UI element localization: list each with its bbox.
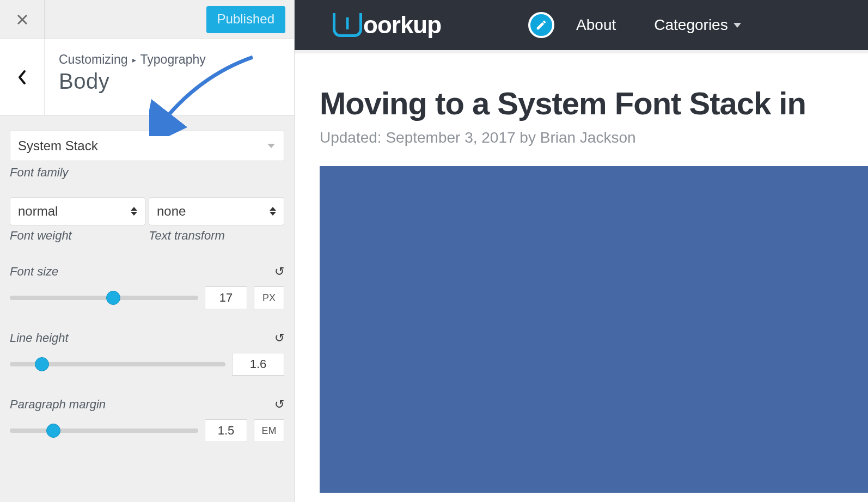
close-icon — [16, 13, 29, 26]
font-size-label: Font size — [10, 265, 58, 279]
nav-categories-label: Categories — [654, 16, 728, 34]
back-button[interactable] — [0, 39, 45, 115]
edit-shortcut-button[interactable] — [528, 12, 554, 38]
panel-top-bar: Published — [0, 0, 294, 39]
pencil-icon — [535, 19, 547, 31]
article: Moving to a System Font Stack in Updated… — [295, 53, 868, 493]
font-weight-select[interactable]: normal — [10, 197, 145, 225]
breadcrumb-row: Customizing ▸ Typography Body — [0, 39, 294, 115]
breadcrumb: Customizing ▸ Typography — [59, 52, 281, 67]
font-size-unit[interactable]: PX — [254, 286, 284, 309]
page-title: Body — [59, 69, 281, 94]
paragraph-margin-slider[interactable] — [10, 425, 198, 436]
publish-button[interactable]: Published — [206, 6, 285, 33]
chevron-down-icon — [267, 144, 275, 148]
site-nav: oorkup About Categories — [295, 0, 868, 50]
line-height-label: Line height — [10, 331, 69, 345]
font-size-slider[interactable] — [10, 292, 198, 303]
font-family-label: Font family — [10, 166, 284, 180]
close-button[interactable] — [0, 0, 45, 39]
line-height-slider[interactable] — [10, 359, 225, 370]
logo-mark-icon — [333, 13, 362, 37]
breadcrumb-separator-icon: ▸ — [132, 56, 136, 64]
chevron-down-icon — [733, 23, 741, 28]
breadcrumb-root: Customizing — [59, 52, 128, 67]
line-height-reset[interactable]: ↺ — [274, 332, 284, 344]
site-logo[interactable]: oorkup — [333, 11, 441, 39]
sort-caret-icon — [270, 207, 276, 216]
paragraph-margin-value[interactable]: 1.5 — [205, 419, 247, 442]
font-family-value: System Stack — [18, 138, 98, 154]
featured-image: A A — [320, 166, 868, 493]
paragraph-margin-label: Paragraph margin — [10, 397, 106, 412]
font-size-value[interactable]: 17 — [205, 286, 247, 309]
nav-about[interactable]: About — [576, 16, 616, 34]
breadcrumb-section: Typography — [140, 52, 206, 67]
font-family-select[interactable]: System Stack — [10, 131, 284, 161]
sort-caret-icon — [131, 207, 137, 216]
text-transform-select[interactable]: none — [149, 197, 284, 225]
line-height-value[interactable]: 1.6 — [232, 353, 284, 376]
article-title: Moving to a System Font Stack in — [320, 85, 868, 121]
nav-categories[interactable]: Categories — [654, 16, 741, 34]
text-transform-label: Text transform — [149, 229, 284, 243]
font-size-reset[interactable]: ↺ — [274, 266, 284, 278]
logo-text: oorkup — [363, 11, 441, 39]
paragraph-margin-reset[interactable]: ↺ — [274, 399, 284, 411]
article-meta: Updated: September 3, 2017 by Brian Jack… — [320, 129, 868, 146]
preview-pane: oorkup About Categories Moving to a Syst… — [295, 0, 868, 502]
text-transform-value: none — [157, 204, 186, 219]
font-weight-label: Font weight — [10, 229, 145, 243]
paragraph-margin-unit[interactable]: EM — [254, 419, 284, 442]
customizer-panel: Published Customizing ▸ Typography Body — [0, 0, 295, 502]
font-weight-value: normal — [18, 204, 58, 219]
chevron-left-icon — [17, 70, 28, 85]
